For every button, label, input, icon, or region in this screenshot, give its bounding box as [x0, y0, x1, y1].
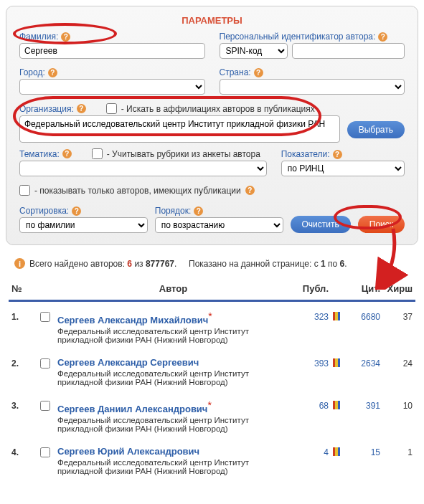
bar-icon[interactable]: [333, 312, 340, 320]
surname-label: Фамилия:: [19, 32, 58, 42]
order-select[interactable]: по возрастанию: [155, 217, 283, 233]
author-link[interactable]: Сергеев Александр Михайлович: [57, 315, 208, 325]
author-link[interactable]: Сергеев Юрий Александрович: [57, 446, 199, 457]
help-icon[interactable]: ?: [254, 68, 263, 77]
publ-count[interactable]: 393: [289, 357, 329, 369]
sort-select[interactable]: по фамилии: [19, 217, 148, 233]
hirsh-value: 1: [380, 446, 413, 457]
affiliation-text: Федеральный исследовательский центр Инст…: [57, 458, 289, 475]
cit-count[interactable]: 6680: [344, 310, 380, 322]
help-icon[interactable]: ?: [333, 150, 342, 159]
country-select[interactable]: [220, 79, 405, 95]
table-header: № Автор Публ. Цит. Хирш: [9, 277, 415, 302]
only-pub-label: - показывать только авторов, имеющих пуб…: [34, 186, 241, 196]
row-checkbox[interactable]: [40, 312, 50, 322]
org-textarea[interactable]: Федеральный исследовательский центр Инст…: [19, 115, 340, 143]
results-table: № Автор Публ. Цит. Хирш 1.Сергеев Алекса…: [0, 277, 424, 480]
table-row: 1.Сергеев Александр Михайлович*Федеральн…: [9, 302, 415, 348]
publ-count[interactable]: 4: [289, 446, 329, 457]
col-publ: Публ.: [289, 283, 329, 294]
row-number: 3.: [11, 399, 40, 411]
col-num: №: [11, 283, 40, 294]
hirsh-value: 10: [380, 399, 413, 411]
results-summary: i Всего найдено авторов: 6 из 877767. По…: [0, 251, 424, 277]
cit-count[interactable]: 2634: [344, 357, 380, 369]
star-icon: *: [208, 310, 212, 322]
row-number: 4.: [11, 446, 40, 457]
col-author: Автор: [57, 283, 289, 294]
country-label: Страна:: [220, 67, 251, 77]
row-number: 1.: [11, 310, 40, 322]
author-link[interactable]: Сергеев Александр Сергеевич: [57, 357, 199, 368]
affiliation-text: Федеральный исследовательский центр Инст…: [57, 416, 289, 433]
publ-count[interactable]: 323: [289, 310, 329, 322]
select-button[interactable]: Выбрать: [347, 121, 405, 138]
clear-button[interactable]: Очистить: [291, 216, 351, 233]
city-select[interactable]: [19, 79, 205, 95]
org-label: Организация:: [19, 104, 74, 114]
table-row: 3.Сергеев Даниил Александрович*Федеральн…: [9, 391, 415, 437]
table-row: 2.Сергеев Александр СергеевичФедеральный…: [9, 348, 415, 391]
org-affil-checkbox[interactable]: [106, 103, 117, 114]
table-row: 4.Сергеев Юрий АлександровичФедеральный …: [9, 437, 415, 480]
help-icon[interactable]: ?: [77, 104, 86, 113]
publ-count[interactable]: 68: [289, 399, 329, 411]
col-cit: Цит.: [344, 283, 380, 294]
pid-value-input[interactable]: [292, 43, 405, 59]
bar-icon[interactable]: [333, 358, 340, 367]
help-icon[interactable]: ?: [245, 186, 255, 195]
search-button[interactable]: Поиск: [358, 216, 405, 233]
cit-count[interactable]: 391: [344, 399, 380, 411]
row-number: 2.: [11, 357, 40, 369]
sort-label: Сортировка:: [19, 206, 69, 216]
params-panel: ПАРАМЕТРЫ Фамилия: ? Персональный иденти…: [6, 6, 418, 245]
theme-select[interactable]: [19, 161, 267, 176]
pid-type-select[interactable]: SPIN-код: [220, 43, 288, 59]
bar-icon[interactable]: [333, 447, 340, 456]
affiliation-text: Федеральный исследовательский центр Инст…: [57, 327, 289, 344]
index-label: Показатели:: [281, 149, 330, 159]
cit-count[interactable]: 15: [344, 446, 380, 457]
row-checkbox[interactable]: [40, 447, 50, 457]
help-icon[interactable]: ?: [62, 149, 72, 158]
info-icon: i: [14, 258, 25, 269]
row-checkbox[interactable]: [40, 358, 50, 369]
affiliation-text: Федеральный исследовательский центр Инст…: [57, 369, 289, 386]
panel-title: ПАРАМЕТРЫ: [19, 15, 405, 26]
hirsh-value: 37: [380, 310, 413, 322]
star-icon: *: [207, 399, 211, 411]
city-label: Город:: [19, 67, 45, 77]
order-label: Порядок:: [155, 206, 192, 216]
theme-label: Тематика:: [19, 149, 60, 159]
row-checkbox[interactable]: [40, 401, 50, 411]
help-icon[interactable]: ?: [48, 68, 57, 77]
surname-input[interactable]: [19, 43, 205, 59]
hirsh-value: 24: [380, 357, 413, 369]
help-icon[interactable]: ?: [194, 206, 203, 216]
col-hirsh: Хирш: [380, 283, 413, 294]
org-affil-label: - Искать в аффилиациях авторов в публика…: [121, 104, 315, 114]
author-link[interactable]: Сергеев Даниил Александрович: [57, 404, 207, 414]
help-icon[interactable]: ?: [72, 206, 81, 216]
help-icon[interactable]: ?: [378, 32, 387, 42]
help-icon[interactable]: ?: [61, 32, 70, 42]
pid-label: Персональный идентификатор автора:: [220, 32, 376, 42]
theme-checkbox[interactable]: [92, 148, 103, 159]
bar-icon[interactable]: [333, 401, 340, 409]
theme-check-label: - Учитывать рубрики из анкеты автора: [107, 149, 260, 159]
index-select[interactable]: по РИНЦ: [281, 161, 405, 176]
only-pub-checkbox[interactable]: [19, 185, 30, 196]
